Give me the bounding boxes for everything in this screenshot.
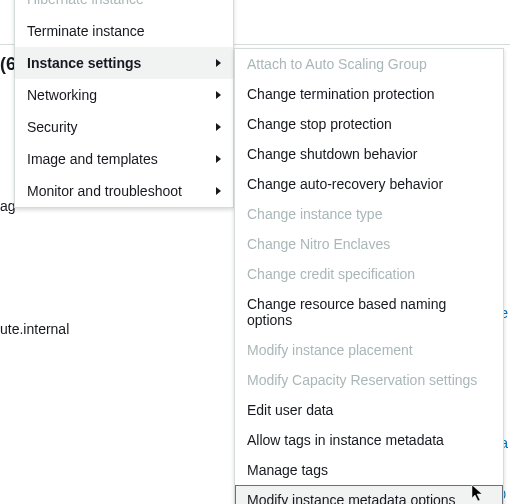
submenu-label: Modify instance metadata options: [247, 492, 456, 504]
submenu-item-modify-instance-metadata-options[interactable]: Modify instance metadata options: [235, 485, 503, 504]
chevron-right-icon: [216, 155, 221, 163]
menu-item-networking[interactable]: Networking: [15, 79, 233, 111]
submenu-item-attach-auto-scaling: Attach to Auto Scaling Group: [235, 49, 503, 79]
submenu-label: Change Nitro Enclaves: [247, 236, 390, 252]
submenu-label: Change shutdown behavior: [247, 146, 417, 162]
submenu-item-edit-user-data[interactable]: Edit user data: [235, 395, 503, 425]
submenu-label: Change stop protection: [247, 116, 392, 132]
submenu-item-allow-tags-metadata[interactable]: Allow tags in instance metadata: [235, 425, 503, 455]
submenu-item-change-auto-recovery[interactable]: Change auto-recovery behavior: [235, 169, 503, 199]
submenu-item-modify-capacity-reservation: Modify Capacity Reservation settings: [235, 365, 503, 395]
submenu-item-change-stop-protection[interactable]: Change stop protection: [235, 109, 503, 139]
submenu-item-modify-instance-placement: Modify instance placement: [235, 335, 503, 365]
submenu-item-change-credit-specification: Change credit specification: [235, 259, 503, 289]
submenu-label: Manage tags: [247, 462, 328, 478]
partial-text-hostname: ute.internal: [0, 321, 69, 337]
chevron-right-icon: [216, 187, 221, 195]
menu-item-instance-settings[interactable]: Instance settings: [15, 47, 233, 79]
submenu-instance-settings: Attach to Auto Scaling Group Change term…: [234, 48, 504, 504]
menu-label: Monitor and troubleshoot: [27, 183, 182, 199]
menu-item-monitor-and-troubleshoot[interactable]: Monitor and troubleshoot: [15, 175, 233, 207]
menu-item-terminate-instance[interactable]: Terminate instance: [15, 15, 233, 47]
submenu-item-change-instance-type: Change instance type: [235, 199, 503, 229]
menu-label: Security: [27, 119, 78, 135]
submenu-label: Change auto-recovery behavior: [247, 176, 443, 192]
submenu-label: Attach to Auto Scaling Group: [247, 56, 427, 72]
submenu-label: Change termination protection: [247, 86, 435, 102]
submenu-item-change-resource-naming[interactable]: Change resource based naming options: [235, 289, 503, 335]
submenu-label: Modify Capacity Reservation settings: [247, 372, 477, 388]
submenu-label: Change instance type: [247, 206, 382, 222]
submenu-item-manage-tags[interactable]: Manage tags: [235, 455, 503, 485]
submenu-label: Allow tags in instance metadata: [247, 432, 444, 448]
submenu-label: Modify instance placement: [247, 342, 413, 358]
context-menu: Hibernate instance Terminate instance In…: [14, 0, 234, 208]
menu-label: Terminate instance: [27, 23, 145, 39]
menu-item-image-and-templates[interactable]: Image and templates: [15, 143, 233, 175]
chevron-right-icon: [216, 123, 221, 131]
menu-label: Image and templates: [27, 151, 158, 167]
menu-item-hibernate-instance: Hibernate instance: [15, 0, 233, 15]
submenu-label: Edit user data: [247, 402, 333, 418]
submenu-item-change-termination-protection[interactable]: Change termination protection: [235, 79, 503, 109]
menu-label: Hibernate instance: [27, 0, 144, 7]
chevron-right-icon: [216, 59, 221, 67]
menu-label: Networking: [27, 87, 97, 103]
menu-label: Instance settings: [27, 55, 141, 71]
submenu-item-change-shutdown-behavior[interactable]: Change shutdown behavior: [235, 139, 503, 169]
chevron-right-icon: [216, 91, 221, 99]
submenu-label: Change resource based naming options: [247, 296, 491, 328]
submenu-item-change-nitro-enclaves: Change Nitro Enclaves: [235, 229, 503, 259]
menu-item-security[interactable]: Security: [15, 111, 233, 143]
submenu-label: Change credit specification: [247, 266, 415, 282]
